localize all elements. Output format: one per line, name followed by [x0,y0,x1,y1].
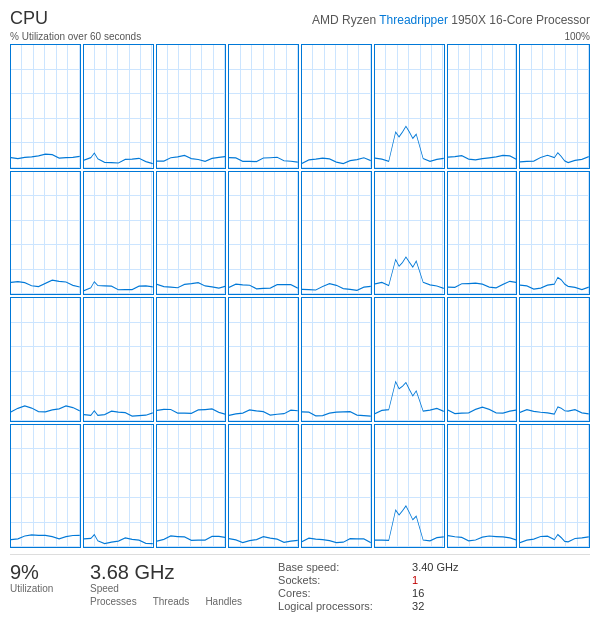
graph-cell-18 [83,297,154,422]
graph-cell-23 [447,297,518,422]
graph-cell-7 [447,44,518,169]
header: CPU AMD Ryzen Threadripper 1950X 16-Core… [10,8,590,29]
graph-cell-17 [10,297,81,422]
graph-cell-13 [301,171,372,296]
handles-label: Handles [205,596,242,607]
cores-value: 16 [412,587,458,599]
graph-cell-25 [10,424,81,549]
graph-cell-3 [156,44,227,169]
bottom-labels: Processes Threads Handles [90,596,242,607]
graph-cell-1 [10,44,81,169]
graph-cell-10 [83,171,154,296]
graph-cell-26 [83,424,154,549]
graphs-container [10,44,590,548]
graph-cell-9 [10,171,81,296]
cpu-monitor-page: CPU AMD Ryzen Threadripper 1950X 16-Core… [0,0,600,620]
graph-cell-31 [447,424,518,549]
cores-label: Cores: [278,587,408,599]
graph-cell-11 [156,171,227,296]
base-speed-label: Base speed: [278,561,408,573]
graph-cell-5 [301,44,372,169]
speed-value: 3.68 GHz [90,561,242,583]
speed-label: Speed [90,583,242,594]
utilization-stat: 9% Utilization [10,561,70,594]
graph-cell-2 [83,44,154,169]
graph-cell-21 [301,297,372,422]
sockets-label: Sockets: [278,574,408,586]
graph-cell-8 [519,44,590,169]
graph-cell-30 [374,424,445,549]
utilization-label: % Utilization over 60 seconds 100% [10,31,590,42]
graph-cell-12 [228,171,299,296]
base-speed-value: 3.40 GHz [412,561,458,573]
utilization-label-bottom: Utilization [10,583,70,594]
graph-cell-19 [156,297,227,422]
utilization-value: 9% [10,561,70,583]
processes-label: Processes [90,596,137,607]
graph-cell-6 [374,44,445,169]
stats-section: 9% Utilization 3.68 GHz Speed Processes … [10,554,590,612]
graph-cell-24 [519,297,590,422]
graph-cell-15 [447,171,518,296]
graph-cell-28 [228,424,299,549]
threads-label: Threads [153,596,190,607]
cpu-label: CPU [10,8,48,29]
graph-cell-32 [519,424,590,549]
graph-cell-14 [374,171,445,296]
graph-cell-20 [228,297,299,422]
graph-cell-4 [228,44,299,169]
sockets-value: 1 [412,574,458,586]
graph-cell-27 [156,424,227,549]
logical-value: 32 [412,600,458,612]
details-table: Base speed: 3.40 GHz Sockets: 1 Cores: 1… [278,561,458,612]
cpu-model: AMD Ryzen Threadripper 1950X 16-Core Pro… [312,13,590,27]
graph-cell-22 [374,297,445,422]
graph-cell-29 [301,424,372,549]
logical-label: Logical processors: [278,600,408,612]
speed-stat: 3.68 GHz Speed Processes Threads Handles [90,561,242,607]
graph-cell-16 [519,171,590,296]
